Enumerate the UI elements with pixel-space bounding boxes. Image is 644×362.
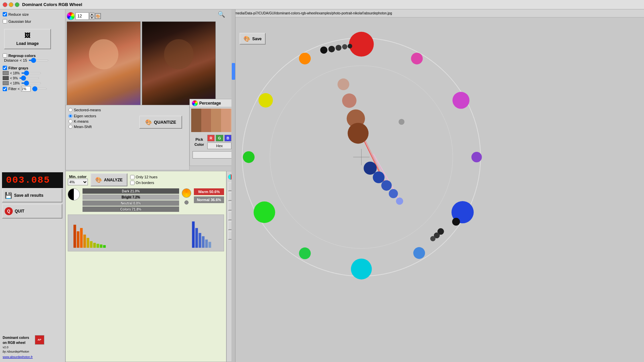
svg-point-33 [411, 53, 423, 64]
quit-button[interactable]: Q QUIT [2, 204, 62, 219]
svg-point-51 [452, 218, 460, 226]
svg-rect-9 [100, 244, 103, 248]
eigen-vectors-radio[interactable]: Eigen vectors [68, 114, 125, 118]
hex-button[interactable]: Hex [207, 142, 231, 149]
svg-point-41 [471, 152, 482, 162]
yin-yang-icon [68, 188, 80, 200]
k-means-radio[interactable]: K-means [68, 119, 125, 123]
cluster-count-input[interactable]: 12 [75, 12, 89, 20]
wheel-scrollbar[interactable] [231, 9, 235, 362]
filter1-slider[interactable] [21, 72, 41, 74]
analysis-panel: Min. color 4% 2% 8% 🎨 ANALYZE Only 12 hu… [65, 171, 226, 362]
app-title: Dominant Colors RGB Wheel [22, 2, 82, 7]
close-button[interactable] [3, 2, 7, 7]
branding: Dominant colors on RGB wheel v2.0 by Abs… [3, 335, 44, 360]
warm-button[interactable]: Warm 50.6% [194, 188, 224, 195]
warm-circle-icon [182, 188, 191, 198]
controls-panel: Sectored-means Eigen vectors K-means Mea… [65, 105, 190, 170]
svg-point-49 [299, 247, 311, 259]
color-wheel-svg [235, 17, 644, 362]
only-12-hues-checkbox[interactable]: Only 12 hues [130, 175, 158, 179]
svg-rect-2 [77, 231, 79, 248]
magnifier-button[interactable]: 🔍 [218, 11, 225, 18]
svg-rect-4 [83, 235, 86, 248]
filter2-row: < 9% [3, 76, 62, 80]
svg-rect-1 [73, 225, 76, 248]
analysis-top-row: Min. color 4% 2% 8% 🎨 ANALYZE Only 12 hu… [68, 173, 224, 186]
timer-value: 003.085 [6, 175, 50, 185]
quantize-section: 🎨 QUANTIZE [129, 108, 186, 129]
svg-point-29 [328, 46, 335, 52]
color-stats: Dark 21.0% Bright 7.2% Neutral 0.0% Colo… [68, 188, 224, 213]
histogram-svg [68, 215, 224, 251]
dark-stat: Dark 21.0% [83, 188, 179, 194]
portrait1 [67, 22, 140, 108]
svg-point-48 [254, 201, 275, 223]
g-button[interactable]: G [216, 135, 223, 141]
filter1-row: < 18% [3, 71, 62, 75]
svg-point-26 [349, 32, 374, 57]
swatch-2[interactable] [201, 109, 211, 132]
filter4-slider[interactable] [32, 88, 47, 89]
face-highlight [89, 39, 118, 69]
filter3-row: < 18% [3, 81, 62, 85]
analyze-button[interactable]: 🎨 ANALYZE [91, 173, 127, 186]
save-all-button[interactable]: 💾 Save all results [2, 188, 62, 202]
swatch-3[interactable] [211, 109, 221, 132]
wheel-area: /media/Data-pi7/CUDA/GUI/dominant-colors… [231, 9, 644, 362]
svg-rect-17 [239, 17, 640, 362]
swatch-1[interactable] [191, 109, 201, 132]
svg-point-40 [398, 119, 405, 125]
svg-rect-5 [87, 238, 89, 248]
mean-shift-radio[interactable]: Mean-Shift [68, 125, 125, 129]
min-color-section: Min. color 4% 2% 8% [68, 175, 88, 185]
b-button[interactable]: B [224, 135, 232, 141]
svg-point-43 [364, 162, 377, 175]
filter2-slider[interactable] [19, 77, 39, 79]
svg-rect-6 [90, 241, 93, 248]
svg-point-56 [351, 258, 372, 279]
on-borders-checkbox[interactable]: On borders [130, 181, 158, 185]
normal-button[interactable]: Normal 36.6% [194, 196, 224, 203]
min-color-select[interactable]: 4% 2% 8% [68, 179, 88, 185]
distance-row: Distance < 15 [4, 58, 62, 62]
cluster-down[interactable]: ▼ [90, 16, 94, 20]
processed-image [142, 21, 216, 109]
cluster-input-section: 12 ▲ ▼ 🎨 [67, 12, 101, 20]
histogram [68, 215, 224, 251]
load-image-button[interactable]: 🖼 Load image [4, 29, 51, 49]
filter3-slider[interactable] [21, 82, 41, 84]
pick-color-label: Pick Color [193, 137, 206, 147]
regroup-colors-checkbox[interactable]: Regroup colors [3, 53, 62, 58]
colorbar-title: Percentage [199, 101, 221, 106]
quantize-button[interactable]: 🎨 QUANTIZE [139, 116, 182, 129]
window-controls[interactable] [3, 2, 19, 7]
svg-point-54 [430, 236, 436, 241]
minimize-button[interactable] [9, 2, 13, 7]
filter4-input[interactable] [21, 86, 31, 92]
warm-neutral-section [182, 188, 191, 213]
timer-section: 003.085 [1, 171, 64, 189]
sectored-means-radio[interactable]: Sectored-means [68, 108, 125, 112]
scrollbar-thumb[interactable] [232, 63, 235, 80]
r-button[interactable]: R [207, 135, 215, 141]
face2-highlight [164, 39, 193, 69]
source-image [67, 21, 141, 109]
branding-link[interactable]: www.absurdephoton.fr [3, 355, 33, 359]
action-buttons: 💾 Save all results Q QUIT [1, 187, 64, 220]
maximize-button[interactable] [15, 2, 19, 7]
swatch-4[interactable] [221, 109, 231, 132]
color-wheel-icon [67, 12, 75, 20]
svg-rect-3 [80, 228, 83, 248]
warm-labels: Warm 50.6% Normal 36.6% [194, 188, 224, 213]
colors-stat: Colors 71.8% [83, 206, 179, 212]
cluster-up[interactable]: ▲ [90, 12, 94, 16]
reduce-size-checkbox[interactable]: Reduce size [3, 12, 62, 16]
filter-grays-checkbox[interactable]: Filter grays [3, 66, 62, 70]
gaussian-blur-checkbox[interactable]: Gaussian blur [3, 19, 62, 23]
cluster-spinners[interactable]: ▲ ▼ [90, 12, 94, 20]
palette-icon[interactable]: 🎨 [95, 13, 101, 19]
distance-slider[interactable] [29, 60, 49, 61]
save-button[interactable]: 🎨 Save [239, 33, 266, 45]
colorbar-title-row: Percentage [192, 100, 221, 106]
